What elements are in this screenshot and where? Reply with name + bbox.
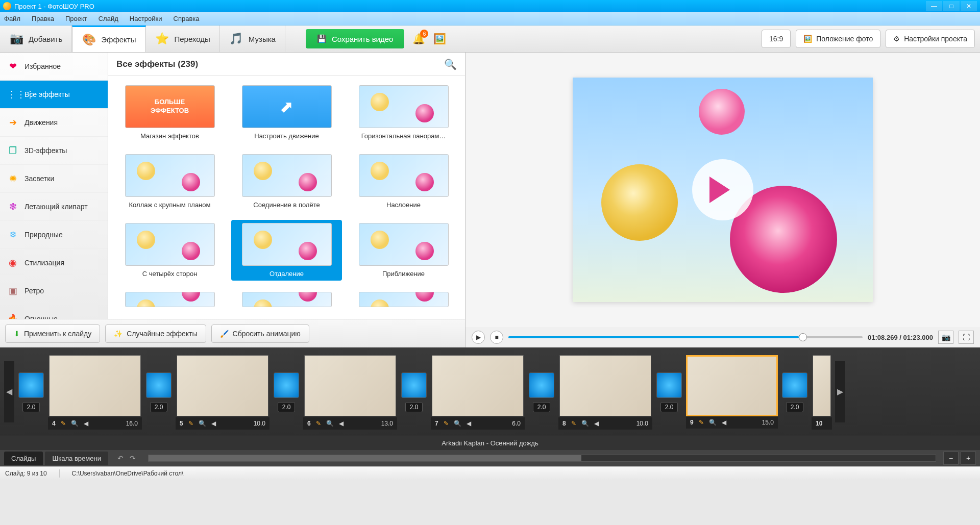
tab-slides[interactable]: Слайды [4, 452, 43, 465]
timeline-slide[interactable]: 4 ✎ 🔍 ◀ 16.0 [48, 354, 142, 430]
category-item[interactable]: ◉Стилизация [0, 249, 108, 277]
effect-card[interactable]: Горизонтальная панорам… [348, 82, 459, 143]
menu-help[interactable]: Справка [174, 15, 200, 22]
search-icon[interactable]: 🔍 [444, 58, 457, 70]
random-button[interactable]: ✨ Случайные эффекты [105, 324, 206, 343]
category-icon: 🔥 [7, 313, 18, 319]
category-item[interactable]: ❃Летающий клипарт [0, 193, 108, 221]
maximize-button[interactable]: □ [943, 1, 960, 11]
zoom-icon[interactable]: 🔍 [709, 419, 717, 426]
category-item[interactable]: ⋮⋮⋮Все эффекты [0, 81, 108, 109]
minimize-button[interactable]: — [926, 1, 942, 11]
category-item[interactable]: ✺Засветки [0, 165, 108, 193]
category-label: Огненные [24, 315, 58, 319]
fullscreen-button[interactable]: ⛶ [959, 331, 974, 344]
effect-card[interactable] [348, 289, 459, 310]
edit-icon[interactable]: ✎ [316, 420, 321, 427]
zoom-icon[interactable]: 🔍 [581, 420, 589, 427]
transition-item[interactable]: 2.0 [400, 371, 428, 412]
category-item[interactable]: ❄Природные [0, 221, 108, 249]
menu-file[interactable]: Файл [4, 15, 20, 22]
category-item[interactable]: ❤Избранное [0, 53, 108, 81]
zoom-icon[interactable]: 🔍 [71, 420, 79, 427]
edit-icon[interactable]: ✎ [444, 420, 449, 427]
category-item[interactable]: ❒3D-эффекты [0, 137, 108, 165]
stop-button[interactable]: ■ [490, 331, 503, 344]
effect-card[interactable]: Наслоение [348, 151, 459, 212]
seek-handle[interactable] [799, 333, 807, 341]
add-button[interactable]: 📷 Добавить [0, 26, 72, 52]
edit-icon[interactable]: ✎ [699, 419, 704, 426]
play-overlay-button[interactable] [692, 159, 753, 220]
transition-item[interactable]: 2.0 [655, 371, 683, 412]
scroll-left-button[interactable]: ◀ [4, 361, 14, 422]
zoom-icon[interactable]: 🔍 [454, 420, 461, 427]
effect-card[interactable] [231, 289, 342, 310]
timeline-slide[interactable]: 5 ✎ 🔍 ◀ 10.0 [176, 354, 270, 430]
effects-tab[interactable]: 🎨 Эффекты [72, 26, 145, 52]
transition-thumb [146, 372, 172, 398]
project-settings-button[interactable]: ⚙ Настройки проекта [886, 30, 975, 48]
menu-settings[interactable]: Настройки [130, 15, 162, 22]
transition-item[interactable]: 2.0 [17, 371, 45, 412]
redo-icon[interactable]: ↷ [130, 454, 136, 462]
edit-icon[interactable]: ✎ [571, 420, 576, 427]
timeline-slide[interactable]: 10 [812, 354, 832, 430]
category-item[interactable]: 🔥Огненные [0, 305, 108, 319]
prev-icon[interactable]: ◀ [722, 419, 726, 426]
prev-icon[interactable]: ◀ [84, 420, 88, 427]
effect-card[interactable]: БОЛЬШЕЭФФЕКТОВМагазин эффектов [114, 82, 225, 143]
aspect-ratio-select[interactable]: 16:9 [762, 30, 791, 48]
category-item[interactable]: ▣Ретро [0, 277, 108, 305]
menu-slide[interactable]: Слайд [99, 15, 118, 22]
effect-thumb [125, 223, 215, 266]
edit-icon[interactable]: ✎ [61, 420, 66, 427]
close-button[interactable]: ✕ [961, 1, 977, 11]
save-video-button[interactable]: 💾 Сохранить видео [306, 29, 405, 48]
prev-icon[interactable]: ◀ [211, 420, 216, 427]
undo-icon[interactable]: ↶ [117, 454, 124, 462]
music-tab[interactable]: 🎵 Музыка [220, 26, 285, 52]
snapshot-button[interactable]: 📷 [938, 331, 953, 344]
effect-card[interactable]: ⬈Настроить движение [231, 82, 342, 143]
gallery-icon[interactable]: 🖼️ [433, 33, 446, 45]
seek-slider[interactable] [508, 336, 863, 338]
timeline-scrollbar[interactable] [148, 455, 936, 462]
transition-item[interactable]: 2.0 [145, 371, 173, 412]
prev-icon[interactable]: ◀ [467, 420, 471, 427]
effect-card[interactable]: Приближение [348, 220, 459, 281]
timeline-slide[interactable]: 7 ✎ 🔍 ◀ 6.0 [431, 354, 525, 430]
scroll-right-button[interactable]: ▶ [835, 361, 845, 422]
timeline-slide[interactable]: 6 ✎ 🔍 ◀ 13.0 [303, 354, 397, 430]
effect-card[interactable]: Отдаление [231, 220, 342, 281]
tab-timeline[interactable]: Шкала времени [45, 452, 108, 465]
photo-position-button[interactable]: 🖼️ Положение фото [796, 30, 880, 48]
menu-edit[interactable]: Правка [32, 15, 54, 22]
transition-item[interactable]: 2.0 [273, 371, 300, 412]
timeline-slide[interactable]: 9 ✎ 🔍 ◀ 15.0 [686, 355, 778, 429]
transitions-tab[interactable]: ⭐ Переходы [146, 26, 220, 52]
zoom-in-button[interactable]: + [961, 452, 976, 465]
menu-project[interactable]: Проект [65, 15, 87, 22]
notifications-button[interactable]: 🔔 6 [412, 33, 425, 45]
transition-item[interactable]: 2.0 [781, 371, 808, 412]
reset-button[interactable]: 🖌️ Сбросить анимацию [211, 324, 309, 343]
timecode: 01:08.269 / 01:23.000 [868, 334, 933, 341]
timeline-slide[interactable]: 8 ✎ 🔍 ◀ 10.0 [558, 354, 652, 430]
menu-bar: Файл Правка Проект Слайд Настройки Справ… [0, 12, 980, 26]
audio-track[interactable]: Arkadii Kaplan - Осенний дождь [0, 436, 980, 450]
prev-icon[interactable]: ◀ [594, 420, 599, 427]
effect-card[interactable]: Коллаж с крупным планом [114, 151, 225, 212]
prev-icon[interactable]: ◀ [339, 420, 344, 427]
play-button[interactable]: ▶ [472, 331, 485, 344]
edit-icon[interactable]: ✎ [188, 420, 193, 427]
effect-card[interactable]: С четырёх сторон [114, 220, 225, 281]
zoom-icon[interactable]: 🔍 [326, 420, 334, 427]
category-item[interactable]: ➔Движения [0, 109, 108, 137]
effect-card[interactable]: Соединение в полёте [231, 151, 342, 212]
apply-button[interactable]: ⬇ Применить к слайду [5, 324, 100, 343]
zoom-icon[interactable]: 🔍 [199, 420, 206, 427]
zoom-out-button[interactable]: − [943, 452, 959, 465]
transition-item[interactable]: 2.0 [528, 371, 555, 412]
effect-card[interactable] [114, 289, 225, 310]
